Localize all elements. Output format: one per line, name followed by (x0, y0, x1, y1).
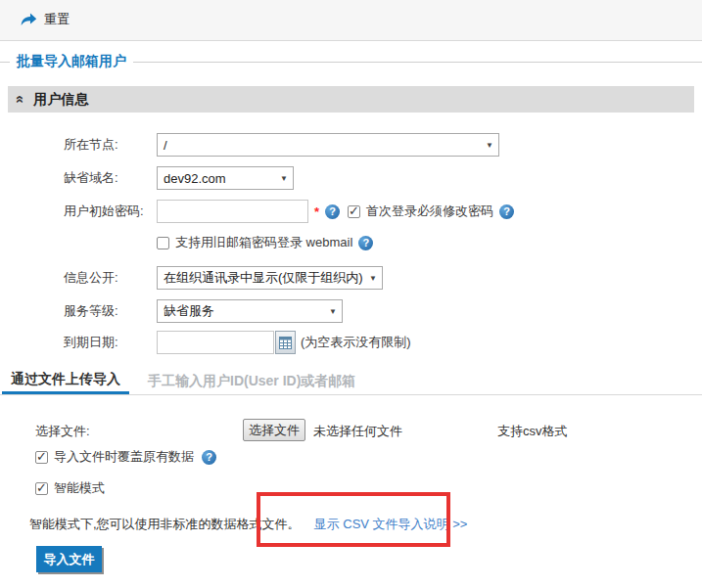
first-login-help-icon[interactable]: ? (499, 204, 514, 219)
expire-row: 到期日期: (为空表示没有限制) (64, 331, 411, 354)
smart-mode-row: ✓ 智能模式 (35, 480, 111, 496)
node-row: 所在节点: / ▼ (64, 133, 499, 157)
password-row: 用户初始密码: * ? ✓ 首次登录必须修改密码 ? (64, 200, 514, 223)
expire-hint: (为空表示没有限制) (301, 334, 411, 351)
checkmark-icon: ✓ (36, 449, 47, 464)
collapse-chevron-icon[interactable]: « (14, 95, 28, 103)
file-chooser-row: 选择文件: 选择文件 未选择任何文件 支持csv格式 (0, 419, 702, 442)
visibility-row: 信息公开: 在组织通讯录中显示(仅限于组织内) ▼ (64, 266, 383, 290)
tab-manual-input[interactable]: 手工输入用户ID(User ID)或者邮箱 (148, 368, 355, 394)
password-help-icon[interactable]: ? (325, 204, 340, 219)
select-arrow-icon: ▼ (486, 141, 493, 150)
overwrite-label: 导入文件时覆盖原有数据 (54, 448, 194, 466)
domain-label: 缺省域名: (64, 169, 157, 187)
smart-tip-text: 智能模式下,您可以使用非标准的数据格式文件。 (29, 516, 301, 533)
old-password-row: 支持用旧邮箱密码登录 webmail ? (157, 235, 373, 250)
domain-row: 缺省域名: dev92.com ▼ (64, 166, 294, 190)
node-select[interactable]: / ▼ (157, 133, 499, 157)
overwrite-checkbox[interactable]: ✓ (35, 451, 48, 464)
user-info-section-header[interactable]: « 用户信息 (8, 86, 694, 113)
node-select-value: / (164, 138, 167, 153)
smart-mode-checkbox[interactable]: ✓ (35, 482, 48, 495)
service-row: 服务等级: 缺省服务 ▼ (64, 299, 343, 323)
select-arrow-icon: ▼ (369, 274, 377, 283)
top-toolbar: 重置 (0, 0, 702, 41)
select-arrow-icon: ▼ (329, 307, 337, 316)
checkmark-icon: ✓ (36, 480, 47, 495)
overwrite-row: ✓ 导入文件时覆盖原有数据 ? (35, 449, 216, 465)
file-label: 选择文件: (35, 423, 90, 440)
node-label: 所在节点: (64, 136, 157, 154)
no-file-text: 未选择任何文件 (313, 423, 402, 440)
section-title: 用户信息 (33, 91, 88, 109)
domain-select[interactable]: dev92.com ▼ (157, 166, 294, 190)
old-password-help-icon[interactable]: ? (358, 236, 373, 250)
first-login-label: 首次登录必须修改密码 (366, 203, 493, 220)
tab-file-upload[interactable]: 通过文件上传导入 (2, 368, 129, 394)
checkmark-icon: ✓ (349, 204, 359, 218)
password-required-mark: * (314, 204, 319, 219)
service-label: 服务等级: (64, 302, 157, 320)
visibility-select-value: 在组织通讯录中显示(仅限于组织内) (164, 269, 363, 287)
smart-mode-label: 智能模式 (54, 479, 105, 497)
service-select-value: 缺省服务 (164, 302, 214, 320)
smart-tip-row: 智能模式下,您可以使用非标准的数据格式文件。 显示 CSV 文件导入说明 >> (29, 516, 467, 533)
old-password-checkbox[interactable] (157, 237, 169, 249)
password-input[interactable] (157, 200, 308, 223)
calendar-picker-button[interactable] (275, 331, 296, 354)
title-rule-right (133, 62, 702, 63)
page-title: 批量导入邮箱用户 (17, 53, 126, 70)
overwrite-help-icon[interactable]: ? (202, 450, 216, 465)
visibility-select[interactable]: 在组织通讯录中显示(仅限于组织内) ▼ (157, 266, 383, 290)
reset-button-label: 重置 (44, 11, 70, 28)
import-method-tabs: 通过文件上传导入 手工输入用户ID(User ID)或者邮箱 (0, 368, 702, 395)
calendar-icon (279, 337, 292, 349)
password-label: 用户初始密码: (64, 203, 157, 220)
expire-label: 到期日期: (64, 334, 157, 351)
select-arrow-icon: ▼ (280, 174, 288, 183)
title-rule-left (0, 62, 10, 63)
domain-select-value: dev92.com (164, 171, 226, 186)
old-password-label: 支持用旧邮箱密码登录 webmail (175, 234, 352, 251)
batch-import-page: 重置 批量导入邮箱用户 « 用户信息 所在节点: / ▼ 缺省域名: dev92… (0, 0, 702, 588)
page-title-row: 批量导入邮箱用户 (0, 54, 702, 69)
redo-arrow-icon (19, 11, 37, 28)
visibility-label: 信息公开: (64, 269, 157, 287)
show-csv-help-link[interactable]: 显示 CSV 文件导入说明 >> (314, 516, 468, 533)
csv-format-hint: 支持csv格式 (497, 423, 568, 440)
import-file-button[interactable]: 导入文件 (36, 546, 102, 572)
service-select[interactable]: 缺省服务 ▼ (157, 299, 343, 323)
expire-date-input[interactable] (157, 331, 274, 354)
reset-button[interactable]: 重置 (19, 11, 70, 28)
choose-file-button[interactable]: 选择文件 (243, 419, 305, 441)
first-login-checkbox[interactable]: ✓ (348, 205, 360, 218)
